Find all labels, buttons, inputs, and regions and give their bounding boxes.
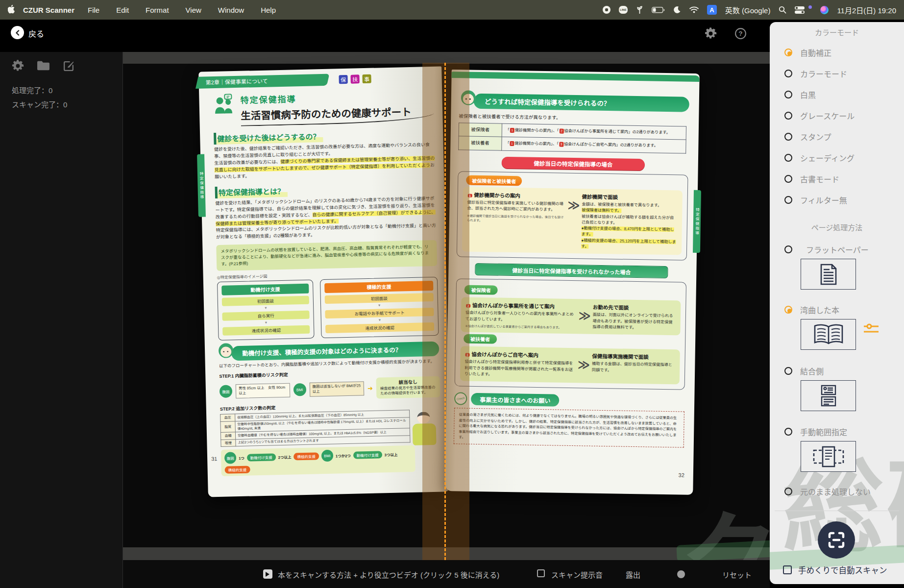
employer-banner-row: Check 事業主の皆さまへのお願い — [454, 392, 684, 408]
chevrons: ≫ — [578, 310, 589, 322]
radio-icon — [784, 70, 792, 77]
input-source-label[interactable]: 英数 (Google) — [725, 5, 771, 15]
page-number-left: 31 — [211, 456, 218, 462]
sprout-icon[interactable] — [636, 5, 643, 14]
auto-scan-label: 手めくりで自動スキャン — [798, 564, 887, 576]
method-facing-pages[interactable]: 結合側 — [784, 365, 824, 377]
support-flowcharts: 動機付け支援 初回面談▼ 自ら実行▼ 達成状況の確認 積極的支援 初回面談▼ お… — [217, 276, 439, 340]
spine-highlight-band — [422, 63, 469, 560]
section-q1: 健診を受けた後はどうするの？ — [214, 130, 323, 145]
battery-icon[interactable] — [652, 7, 665, 13]
method-flat-paper[interactable]: フラットペーパー — [784, 244, 869, 255]
who-table: 被保険者 「1健診機関からの案内」、「2協会けんぽから事業所を通じて案内」の2通… — [458, 122, 686, 153]
do-not-disturb-moon-icon[interactable] — [673, 6, 681, 14]
result-pills: 腹囲 1つ動機付け支援 2つ以上積極的支援 BMI 1つか2つ動機付け支援 3つ… — [221, 445, 415, 476]
chevrons: ≫ — [567, 199, 578, 211]
metabolic-note: メタボリックシンドロームの状態を放置していると、肥満、高血圧、高血糖、脂質異常そ… — [216, 240, 437, 270]
employer-note: 従業員の皆さまが元気に働くためには、何より健康でなくてはなりません。職場の明るい… — [454, 408, 684, 447]
menu-help[interactable]: Help — [261, 6, 276, 14]
camera-preview: 第2章｜保健事業について 保 扶 事 特定保健指導 生活習慣病予防のための健康サ… — [123, 52, 770, 560]
method-manual-select[interactable]: 手動範囲指定 — [784, 426, 847, 438]
menu-edit[interactable]: Edit — [116, 6, 129, 14]
section-how: どうすれば特定保健指導を受けられるの？ — [474, 94, 689, 112]
risk-table: 血圧収縮期血圧（上の血圧）130mmHg 以上、または拡張期血圧（下の血圧）85… — [220, 410, 410, 447]
menu-view[interactable]: View — [186, 6, 201, 14]
radio-icon — [784, 49, 792, 56]
settings-gear-icon[interactable] — [705, 27, 717, 42]
app-header: 戻る ? — [0, 20, 904, 52]
facing-pages-icon[interactable] — [801, 380, 856, 411]
panel-settings-icon[interactable] — [12, 60, 24, 74]
flat-paper-icon[interactable] — [801, 259, 856, 290]
face-icon — [219, 343, 234, 359]
input-source-icon[interactable]: A — [707, 5, 717, 15]
spine-center-dashed-line[interactable] — [444, 63, 446, 560]
step1-flow: 腹囲 男性 85cm 以上 女性 90cm 以上 BMI 腹囲は該当しないが B… — [220, 376, 440, 402]
video-bottom-bar: 本をスキャンする方法 + より役立つビデオ (クリック 5 後に消える) スキャ… — [123, 560, 770, 588]
colormode-stamp[interactable]: スタンプ — [784, 131, 831, 143]
reset-button[interactable]: リセット — [722, 569, 752, 580]
method-no-processing[interactable]: 元のまま処理しない — [784, 486, 871, 497]
spotlight-search-icon[interactable] — [779, 6, 786, 14]
control-center-icon[interactable] — [795, 6, 806, 14]
apple-logo-icon[interactable] — [8, 5, 16, 15]
app-name[interactable]: CZUR Scanner — [23, 6, 74, 14]
line-app-icon[interactable]: LINE — [619, 6, 628, 14]
screen-record-icon[interactable] — [603, 6, 611, 14]
radio-icon — [784, 112, 792, 120]
curved-book-icon[interactable] — [801, 319, 856, 350]
auto-scan-checkbox[interactable] — [783, 565, 792, 574]
video-tip-icon[interactable] — [263, 569, 272, 579]
back-button[interactable] — [11, 26, 24, 39]
beep-checkbox[interactable] — [537, 569, 545, 577]
settings-sidebar: ク総研 カラーモード 自動補正 カラーモード 白黒 グレースケール スタンプ シ… — [770, 22, 904, 584]
manual-select-icon[interactable] — [801, 441, 856, 472]
colormode-oldbook[interactable]: 古書モード — [784, 173, 839, 185]
wifi-icon[interactable] — [689, 6, 699, 13]
scanned-count: スキャン完了：0 — [12, 98, 67, 112]
people-talk-icon — [213, 94, 236, 115]
macos-menubar: CZUR Scanner File Edit Format View Windo… — [0, 0, 904, 20]
radio-icon — [784, 91, 792, 98]
siri-icon[interactable] — [820, 6, 829, 14]
page-number-right: 32 — [679, 472, 684, 478]
radio-icon — [784, 175, 792, 183]
radio-icon — [784, 367, 792, 375]
menu-format[interactable]: Format — [146, 6, 169, 14]
processed-count: 処理完了：0 — [12, 83, 67, 98]
radio-icon — [784, 306, 792, 314]
colormode-grayscale[interactable]: グレースケール — [784, 110, 855, 122]
menubar-clock[interactable]: 11月2日(日) 19:20 — [837, 5, 896, 15]
colormode-bw[interactable]: 白黒 — [784, 89, 816, 100]
orange-pill: 被保険者と被扶養者 — [466, 175, 522, 186]
auto-scan-row[interactable]: 手めくりで自動スキャン — [783, 564, 887, 576]
beep-label: スキャン提示音 — [551, 569, 603, 580]
colormode-color[interactable]: カラーモード — [784, 68, 847, 79]
same-day-banner: 健診当日の特定保健指導の場合 — [502, 156, 645, 171]
back-label[interactable]: 戻る — [28, 27, 44, 39]
colormode-shading[interactable]: シェーディング — [784, 152, 855, 164]
not-same-day-box: 被保険者 2 協会けんぽから事業所を通じて案内 協会けんぽから対象者一人ひとりへ… — [455, 279, 686, 390]
book-right-page: どうすれば特定保健指導を受けられるの？ 被保険者と被扶養者で受ける方法が異なりま… — [445, 70, 699, 495]
same-day-box: 被保険者と被扶養者 1 健診機関からの案内 健診当日に特定保健指導を実施している… — [457, 171, 688, 261]
help-icon[interactable]: ? — [734, 27, 747, 42]
colormode-nofilter[interactable]: フィルター無 — [784, 194, 847, 206]
right-edge-tab: 特定保健指導 — [693, 190, 701, 253]
menu-file[interactable]: File — [88, 6, 99, 14]
curve-adjust-slider-icon[interactable] — [863, 322, 880, 337]
divider — [775, 511, 899, 511]
svg-text:?: ? — [738, 30, 742, 37]
video-tip-text[interactable]: 本をスキャンする方法 + より役立つビデオ (クリック 5 後に消える) — [278, 569, 499, 580]
edit-compose-icon[interactable] — [63, 60, 75, 74]
radio-icon — [784, 133, 792, 141]
exposure-label: 露出 — [626, 569, 640, 580]
scan-button[interactable] — [818, 521, 855, 559]
radio-icon — [784, 488, 792, 495]
exposure-slider-thumb[interactable] — [677, 570, 685, 578]
page-method-title: ページ処理方法 — [770, 222, 904, 232]
folder-icon[interactable] — [37, 60, 50, 74]
chevrons: ≫ — [578, 359, 588, 370]
method-curved-book[interactable]: 湾曲した本 — [784, 304, 839, 316]
menu-window[interactable]: Window — [218, 6, 244, 14]
colormode-auto[interactable]: 自動補正 — [784, 47, 831, 58]
